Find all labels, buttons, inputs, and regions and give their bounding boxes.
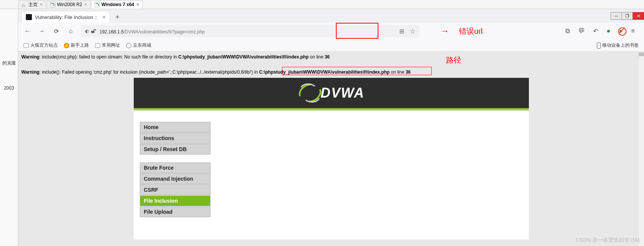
vm-icon bbox=[50, 2, 55, 7]
vm-tab-label: Win2008 R2 bbox=[57, 2, 82, 7]
sidebar-text: 2003 bbox=[0, 85, 18, 91]
qr-icon[interactable]: ⊞ bbox=[399, 28, 404, 35]
logo-text: DVWA bbox=[321, 85, 365, 101]
bookmark-label: 移动设备上的书签 bbox=[602, 42, 639, 49]
dvwa-sidebar: Home Instructions Setup / Reset DB Brute… bbox=[140, 122, 210, 217]
address-bar[interactable]: ◐ 🔓︎ 192.168.1.5/DVWA/vulnerabilities/fi… bbox=[81, 25, 419, 37]
dvwa-header: DVWA bbox=[134, 78, 529, 110]
home-icon bbox=[22, 2, 27, 7]
toolbar-right: ⧉ 💬︎ ↶ ● ● ≡ bbox=[565, 27, 635, 35]
menu-icon[interactable]: ≡ bbox=[631, 27, 635, 35]
menu-command-injection[interactable]: Command Injection bbox=[140, 173, 210, 184]
home-button[interactable]: ⌂ bbox=[67, 27, 74, 35]
bookmarks-bar: 火狐官方站点 新手上路 常用网址 京东商城 移动设备上的书签 bbox=[18, 39, 644, 52]
page-content: Warning: include(cmz.php): failed to ope… bbox=[18, 52, 644, 246]
svg-point-0 bbox=[298, 83, 322, 103]
dvwa-body: Home Instructions Setup / Reset DB Brute… bbox=[134, 110, 529, 240]
chat-icon[interactable]: 💬︎ bbox=[578, 27, 585, 35]
folder-icon bbox=[24, 43, 29, 48]
dvwa-container: DVWA Home Instructions Setup / Reset DB … bbox=[134, 78, 529, 240]
globe-icon bbox=[126, 43, 131, 48]
bookmark-firefox[interactable]: 火狐官方站点 bbox=[24, 42, 58, 49]
menu-file-inclusion[interactable]: File Inclusion bbox=[140, 196, 210, 206]
firefox-icon bbox=[64, 43, 69, 48]
close-button[interactable]: ✕ bbox=[633, 12, 644, 20]
browser-tabs: Vulnerability: File Inclusion :: × + bbox=[18, 9, 644, 23]
forward-button[interactable]: → bbox=[38, 27, 46, 35]
new-tab-button[interactable]: + bbox=[112, 11, 123, 23]
bookmark-common[interactable]: 常用网址 bbox=[95, 42, 120, 49]
folder-icon bbox=[95, 43, 100, 48]
vm-tab-home[interactable]: 主页× bbox=[18, 0, 46, 9]
back-button[interactable]: ← bbox=[24, 27, 31, 35]
vm-tab-bar: 主页× Win2008 R2× Windows 7 x64× bbox=[0, 0, 644, 9]
vm-icon bbox=[95, 2, 100, 7]
tab-close-icon[interactable]: × bbox=[103, 14, 106, 20]
left-sidebar-slice: 的克隆 2003 bbox=[0, 9, 18, 246]
bookmark-mobile[interactable]: 移动设备上的书签 bbox=[597, 42, 639, 49]
favicon bbox=[26, 14, 32, 20]
watermark: CSDN @一条贤鱼的学习站 bbox=[576, 237, 640, 244]
close-icon[interactable]: × bbox=[84, 2, 87, 7]
bookmark-jd[interactable]: 京东商城 bbox=[126, 42, 151, 49]
annotation-arrow: → bbox=[441, 26, 449, 36]
undo-icon[interactable]: ↶ bbox=[593, 27, 598, 35]
annotation-box-path bbox=[282, 67, 432, 75]
menu-file-upload[interactable]: File Upload bbox=[140, 207, 210, 217]
url-text: 192.168.1.5/DVWA/vulnerabilities/fi/?pag… bbox=[100, 28, 205, 35]
bookmark-label: 火狐官方站点 bbox=[30, 42, 58, 49]
close-icon[interactable]: × bbox=[40, 2, 43, 7]
shield-icon[interactable]: ◐ bbox=[85, 28, 89, 34]
menu-csrf[interactable]: CSRF bbox=[140, 184, 210, 195]
extension-green-icon[interactable]: ● bbox=[607, 27, 611, 35]
browser-toolbar: ← → ⟳ ⌂ ◐ 🔓︎ 192.168.1.5/DVWA/vulnerabil… bbox=[18, 23, 644, 39]
vm-tab-win7[interactable]: Windows 7 x64× bbox=[91, 0, 142, 9]
menu-setup[interactable]: Setup / Reset DB bbox=[140, 144, 210, 155]
vm-tab-label: Windows 7 x64 bbox=[101, 2, 134, 7]
browser-tab[interactable]: Vulnerability: File Inclusion :: × bbox=[22, 11, 109, 23]
php-warning-1: Warning: include(cmz.php): failed to ope… bbox=[18, 52, 644, 62]
maximize-button[interactable]: ❐ bbox=[622, 12, 633, 20]
scrollbar[interactable] bbox=[638, 52, 644, 246]
menu-brute-force[interactable]: Brute Force bbox=[140, 162, 210, 173]
crop-icon[interactable]: ⧉ bbox=[565, 27, 570, 35]
bookmark-label: 京东商城 bbox=[133, 42, 151, 49]
close-icon[interactable]: × bbox=[136, 2, 139, 7]
mobile-icon bbox=[597, 43, 601, 49]
extension-blocked-icon[interactable]: ● bbox=[619, 27, 623, 35]
reload-button[interactable]: ⟳ bbox=[52, 27, 60, 35]
minimize-button[interactable]: ─ bbox=[611, 12, 622, 20]
browser-window: ─ ❐ ✕ Vulnerability: File Inclusion :: ×… bbox=[18, 9, 644, 246]
menu-home[interactable]: Home bbox=[140, 122, 210, 132]
bookmark-label: 常用网址 bbox=[102, 42, 120, 49]
annotation-box-url bbox=[336, 23, 378, 39]
sidebar-text: 的克隆 bbox=[0, 60, 18, 66]
window-controls: ─ ❐ ✕ bbox=[611, 12, 644, 20]
svg-point-1 bbox=[298, 83, 322, 103]
annotation-path-label: 路径 bbox=[446, 55, 461, 65]
bookmark-newbie[interactable]: 新手上路 bbox=[64, 42, 89, 49]
bookmark-label: 新手上路 bbox=[71, 42, 89, 49]
vm-tab-label: 主页 bbox=[28, 2, 38, 8]
menu-instructions[interactable]: Instructions bbox=[140, 133, 210, 144]
scroll-thumb[interactable] bbox=[639, 52, 644, 56]
vm-tab-win2008[interactable]: Win2008 R2× bbox=[47, 0, 90, 9]
lock-insecure-icon[interactable]: 🔓︎ bbox=[91, 28, 97, 34]
tab-title: Vulnerability: File Inclusion :: bbox=[35, 14, 100, 20]
dvwa-logo: DVWA bbox=[298, 83, 365, 103]
annotation-error-label: 错误url bbox=[459, 26, 483, 36]
bookmark-star-icon[interactable]: ☆ bbox=[410, 27, 416, 35]
